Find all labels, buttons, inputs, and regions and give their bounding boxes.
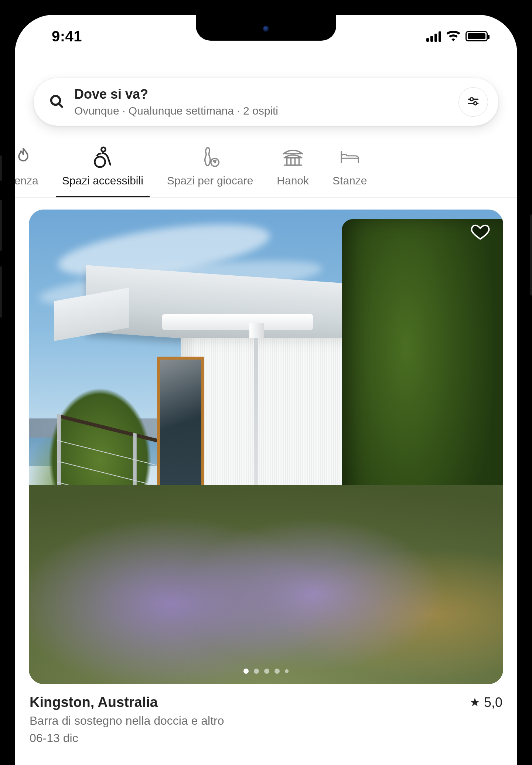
listing-card[interactable]: Kingston, Australia ★ 5,0 Barra di soste… xyxy=(29,210,503,745)
category-tabs[interactable]: denza Spazi accessibili xyxy=(15,135,517,198)
listing-date-line: 06-13 dic xyxy=(30,731,502,745)
tab-label: Spazi per giocare xyxy=(167,174,253,187)
phone-side-button xyxy=(0,155,2,181)
listing-rating: ★ 5,0 xyxy=(470,695,502,710)
bowling-icon xyxy=(200,146,220,169)
filter-icon xyxy=(467,95,480,109)
wheelchair-icon xyxy=(92,146,114,169)
search-title: Dove si va? xyxy=(74,86,448,102)
search-bar[interactable]: Dove si va? Ovunque · Qualunque settiman… xyxy=(33,78,499,126)
tab-play[interactable]: Spazi per giocare xyxy=(155,139,265,197)
battery-icon xyxy=(466,31,488,41)
search-icon xyxy=(49,94,64,110)
heart-icon xyxy=(471,223,490,242)
cellular-signal-icon xyxy=(426,31,441,42)
svg-point-11 xyxy=(215,162,215,163)
tab-accessible[interactable]: Spazi accessibili xyxy=(50,139,155,197)
filter-button[interactable] xyxy=(458,87,488,117)
svg-line-1 xyxy=(59,103,62,106)
carousel-dots[interactable] xyxy=(243,669,289,674)
listing-feature-line: Barra di sostegno nella doccia e altro xyxy=(30,714,502,728)
svg-point-10 xyxy=(215,160,216,161)
phone-side-button xyxy=(0,266,2,318)
wishlist-button[interactable] xyxy=(468,221,492,244)
phone-side-button xyxy=(0,200,2,251)
svg-point-6 xyxy=(101,147,105,152)
screen: 9:41 xyxy=(15,15,517,765)
star-icon: ★ xyxy=(470,696,480,709)
tab-label: Stanze xyxy=(332,174,367,187)
svg-rect-12 xyxy=(287,158,299,165)
flame-icon xyxy=(15,146,33,169)
tab-rooms[interactable]: Stanze xyxy=(321,139,379,197)
svg-point-9 xyxy=(213,161,214,162)
status-time: 9:41 xyxy=(52,28,82,45)
phone-frame: 9:41 xyxy=(0,0,532,765)
hanok-icon xyxy=(282,146,304,169)
tab-trending[interactable]: denza xyxy=(15,139,50,197)
search-subtitle: Ovunque · Qualunque settimana · 2 ospiti xyxy=(74,104,448,118)
bed-icon xyxy=(340,146,360,169)
listing-location: Kingston, Australia xyxy=(30,694,158,710)
tab-label: Hanok xyxy=(277,174,309,187)
tab-label: denza xyxy=(15,174,38,187)
svg-point-3 xyxy=(470,98,474,101)
listing-image[interactable] xyxy=(29,210,503,684)
tab-hanok[interactable]: Hanok xyxy=(265,139,321,197)
wifi-icon xyxy=(446,31,460,41)
notch xyxy=(196,15,336,41)
phone-side-button xyxy=(530,214,532,296)
svg-point-7 xyxy=(95,157,105,167)
svg-point-5 xyxy=(474,102,477,105)
tab-label: Spazi accessibili xyxy=(62,174,143,187)
